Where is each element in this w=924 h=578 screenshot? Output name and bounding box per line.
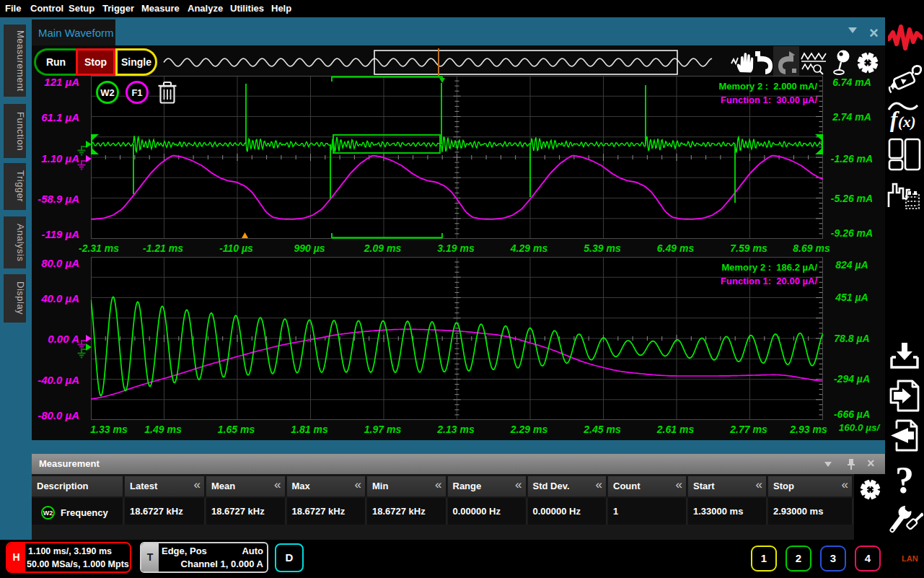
svg-text:(x): (x) (898, 113, 916, 131)
